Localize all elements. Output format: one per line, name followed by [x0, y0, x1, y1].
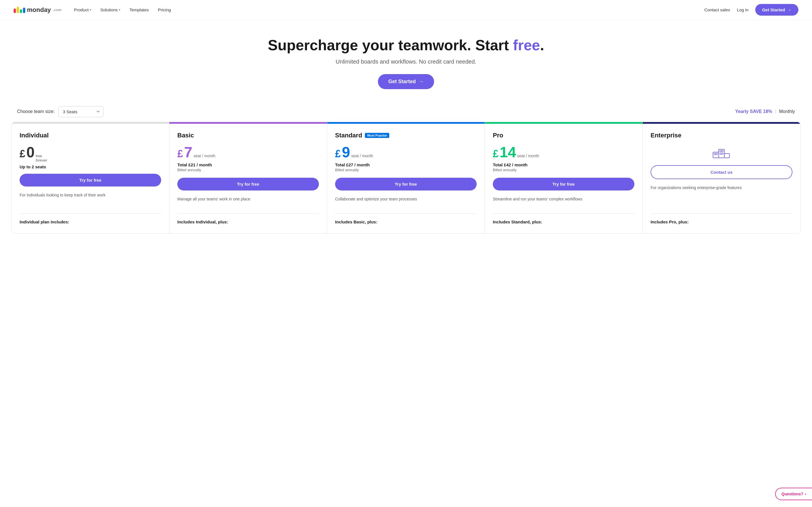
brand-name: monday [27, 6, 51, 14]
price-amount-individual: 0 [26, 144, 35, 161]
arrow-right-icon: → [419, 79, 424, 84]
price-detail-standard: seat / month [351, 153, 373, 158]
plan-includes-standard: Includes Basic, plus: [327, 219, 485, 224]
nav-pricing[interactable]: Pricing [154, 5, 175, 14]
hero-title-part1: Supercharge your teamwork. Start [268, 37, 513, 53]
pricing-section: Individual £ 0 free forever Up to 2 seat… [0, 122, 812, 251]
plan-inner-pro: Pro £ 14 seat / month Total £42 / month … [485, 124, 642, 208]
plan-includes-enterprise: Includes Pro, plus: [643, 219, 800, 224]
price-amount-pro: 14 [500, 144, 516, 161]
plan-pro: Pro £ 14 seat / month Total £42 / month … [485, 122, 643, 233]
logo-dot-red [14, 8, 16, 13]
svg-rect-5 [720, 151, 721, 152]
login-link[interactable]: Log in [737, 7, 748, 12]
arrow-right-icon: → [787, 7, 792, 12]
plan-enterprise: Enterprise [643, 122, 800, 233]
chevron-down-icon: ▾ [119, 8, 120, 11]
billing-toggle: Yearly SAVE 18% | Monthly [735, 109, 795, 114]
plan-description-pro: Streamline and run your teams' complex w… [493, 196, 634, 202]
hero-get-started-button[interactable]: Get Started → [378, 74, 434, 89]
plan-name-basic: Basic [177, 132, 319, 139]
plan-inner-basic: Basic £ 7 seat / month Total £21 / month… [169, 124, 327, 208]
chevron-down-icon: ▾ [90, 8, 91, 11]
nav-pricing-label: Pricing [158, 7, 171, 12]
nav-right: Contact sales Log in Get Started → [704, 4, 798, 16]
try-for-free-pro[interactable]: Try for free [493, 178, 634, 190]
price-symbol-standard: £ [335, 148, 341, 160]
enterprise-icon [710, 144, 733, 161]
svg-rect-6 [722, 151, 723, 152]
plan-name-pro: Pro [493, 132, 634, 139]
billing-separator: | [775, 109, 776, 114]
plan-inner-enterprise: Enterprise [643, 124, 800, 208]
price-amount-basic: 7 [184, 144, 192, 161]
nav-product-label: Product [74, 7, 89, 12]
nav-menu: Product ▾ Solutions ▾ Templates Pricing [71, 5, 175, 14]
try-for-free-basic[interactable]: Try for free [177, 178, 319, 190]
nav-templates[interactable]: Templates [126, 5, 152, 14]
plan-name-standard: Standard Most Popular [335, 132, 477, 139]
get-started-label: Get Started [762, 7, 785, 12]
pricing-grid: Individual £ 0 free forever Up to 2 seat… [11, 122, 801, 234]
plan-name-individual: Individual [19, 132, 161, 139]
plan-individual: Individual £ 0 free forever Up to 2 seat… [12, 122, 169, 233]
svg-rect-7 [720, 153, 721, 155]
try-for-free-standard[interactable]: Try for free [335, 178, 477, 190]
svg-rect-0 [713, 152, 719, 158]
plan-description-basic: Manage all your teams' work in one place [177, 196, 319, 202]
logo-dot-green [20, 9, 22, 13]
try-for-free-individual[interactable]: Try for free [19, 174, 161, 186]
plan-inner-standard: Standard Most Popular £ 9 seat / month T… [327, 124, 485, 208]
price-free-individual: free forever [36, 154, 47, 163]
plan-description-enterprise: For organizations seeking enterprise-gra… [650, 185, 793, 191]
plan-billing-basic: Billed annually [177, 168, 319, 172]
contact-us-enterprise[interactable]: Contact us [650, 165, 793, 179]
logo-icon [14, 7, 25, 13]
team-size-control: Choose team size: 3 Seats 1 Seat 5 Seats… [17, 106, 104, 117]
plan-seats-individual: Up to 2 seats [19, 164, 161, 169]
contact-sales-link[interactable]: Contact sales [704, 7, 730, 12]
plan-total-pro: Total £42 / month [493, 162, 634, 167]
plan-includes-basic: Includes Individual, plus: [169, 219, 327, 224]
team-size-select[interactable]: 3 Seats 1 Seat 5 Seats 10 Seats 15 Seats… [58, 106, 104, 117]
billing-monthly-label[interactable]: Monthly [779, 109, 795, 114]
svg-rect-4 [716, 153, 717, 155]
plan-includes-individual: Individual plan includes: [12, 219, 169, 224]
price-symbol-basic: £ [177, 148, 183, 160]
svg-rect-3 [714, 153, 715, 155]
billing-yearly-label[interactable]: Yearly SAVE 18% [735, 109, 772, 114]
navbar: monday.com Product ▾ Solutions ▾ Templat… [0, 0, 812, 20]
price-symbol-individual: £ [19, 148, 25, 160]
hero-subtitle: Unlimited boards and workflows. No credi… [14, 58, 798, 65]
team-size-label: Choose team size: [17, 109, 55, 114]
svg-rect-1 [719, 149, 724, 158]
most-popular-badge: Most Popular [365, 133, 389, 138]
nav-templates-label: Templates [129, 7, 149, 12]
hero-section: Supercharge your teamwork. Start free. U… [0, 20, 812, 101]
logo[interactable]: monday.com [14, 6, 62, 14]
svg-rect-2 [724, 154, 730, 158]
plan-total-standard: Total £27 / month [335, 162, 477, 167]
plan-price-basic: £ 7 seat / month [177, 144, 319, 161]
logo-dot-blue [23, 8, 25, 13]
plan-description-standard: Collaborate and optimize your team proce… [335, 196, 477, 202]
brand-com: .com [53, 8, 61, 12]
svg-rect-8 [722, 153, 723, 155]
plan-price-individual: £ 0 free forever [19, 144, 161, 163]
price-detail-basic: seat / month [193, 153, 215, 158]
hero-title-end: . [540, 37, 544, 53]
plan-billing-pro: Billed annually [493, 168, 634, 172]
nav-product[interactable]: Product ▾ [71, 5, 95, 14]
nav-solutions-label: Solutions [100, 7, 118, 12]
plan-basic: Basic £ 7 seat / month Total £21 / month… [169, 122, 327, 233]
plan-name-enterprise: Enterprise [650, 132, 793, 139]
plan-price-standard: £ 9 seat / month [335, 144, 477, 161]
plan-price-pro: £ 14 seat / month [493, 144, 634, 161]
price-amount-standard: 9 [342, 144, 350, 161]
get-started-button[interactable]: Get Started → [755, 4, 798, 16]
nav-solutions[interactable]: Solutions ▾ [97, 5, 124, 14]
nav-left: monday.com Product ▾ Solutions ▾ Templat… [14, 5, 174, 14]
hero-title-highlight: free [513, 37, 540, 53]
plan-total-basic: Total £21 / month [177, 162, 319, 167]
plan-inner-individual: Individual £ 0 free forever Up to 2 seat… [12, 124, 169, 208]
